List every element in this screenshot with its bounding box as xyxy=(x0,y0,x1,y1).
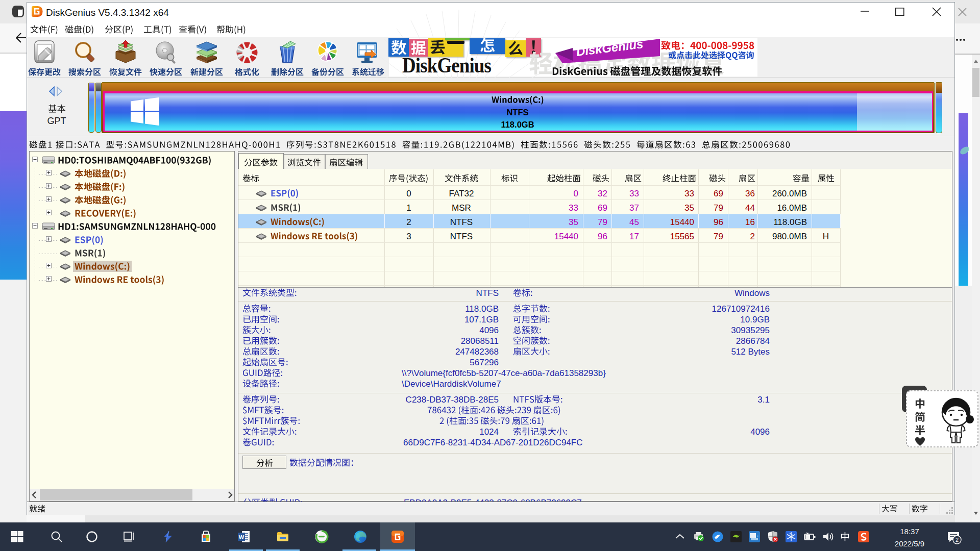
svg-text:i: i xyxy=(757,535,758,538)
svg-text:2: 2 xyxy=(955,537,959,543)
svg-text:W: W xyxy=(239,534,244,540)
